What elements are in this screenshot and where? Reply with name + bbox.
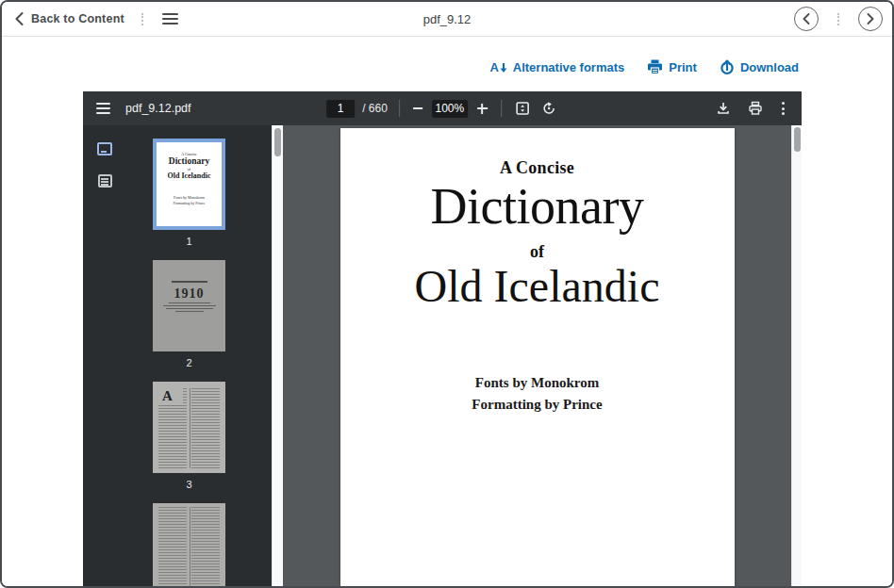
- pdf-viewer: pdf_9.12.pdf / 660 100%: [83, 91, 802, 586]
- thumbnail-page-4[interactable]: 4: [153, 503, 272, 586]
- page-number-input[interactable]: [326, 100, 355, 118]
- fit-to-page-button[interactable]: [513, 99, 532, 118]
- thumbnail-page-3[interactable]: A 3: [153, 382, 272, 494]
- zoom-level: 100%: [432, 100, 468, 118]
- year-text: 1910: [153, 286, 225, 301]
- thumbnail-image: A Concise Dictionary of Old Icelandic Fo…: [153, 139, 225, 230]
- alternative-formats-link[interactable]: A Alternative formats: [489, 60, 624, 74]
- rotate-ccw-icon: [541, 101, 556, 116]
- thumbnail-image: [153, 503, 225, 586]
- more-options-icon[interactable]: [778, 100, 788, 117]
- zoom-in-button[interactable]: [475, 102, 489, 116]
- sidebar-scrollbar[interactable]: [272, 125, 283, 586]
- back-to-content-button[interactable]: Back to Content: [15, 12, 124, 25]
- dotted-divider: [141, 13, 143, 25]
- pdf-print-button[interactable]: [746, 99, 765, 118]
- sidebar-rail: [83, 125, 126, 586]
- print-label: Print: [669, 60, 697, 74]
- rotate-button[interactable]: [539, 99, 558, 118]
- printer-icon: [647, 59, 663, 74]
- doc-title-line3: of: [340, 242, 735, 262]
- pdf-menu-icon[interactable]: [96, 103, 110, 114]
- mini-title: Dictionary: [157, 156, 222, 167]
- thumbnail-page-1[interactable]: A Concise Dictionary of Old Icelandic Fo…: [153, 139, 272, 251]
- printer-icon: [748, 101, 763, 116]
- scrollbar-thumb[interactable]: [274, 128, 281, 156]
- chevron-left-icon: [803, 13, 810, 24]
- zoom-out-button[interactable]: [411, 106, 424, 111]
- menu-hamburger-icon[interactable]: [160, 9, 180, 28]
- doc-title-line2: Dictionary: [340, 178, 735, 235]
- thumbnail-list: A Concise Dictionary of Old Icelandic Fo…: [126, 125, 272, 586]
- thumbnail-image: A: [153, 382, 225, 473]
- toolbar-divider: [501, 100, 502, 117]
- pdf-page: A Concise Dictionary of Old Icelandic Fo…: [340, 128, 735, 586]
- document-actions: A Alternative formats Print: [489, 59, 799, 74]
- mini-credits: Fonts by Monokrom Formatting by Prince: [157, 195, 222, 206]
- minus-icon: [413, 107, 422, 109]
- chevron-left-icon: [15, 12, 24, 25]
- content-area: A Alternative formats Print: [2, 37, 892, 586]
- fit-page-icon: [515, 101, 530, 116]
- doc-title-line4: Old Icelandic: [340, 262, 735, 312]
- dotted-divider: [837, 13, 839, 25]
- pdf-filename: pdf_9.12.pdf: [125, 102, 191, 115]
- viewer-scrollbar[interactable]: [791, 125, 802, 586]
- doc-credits: Fonts by Monokrom Formatting by Prince: [340, 372, 735, 415]
- page-title: pdf_9.12: [423, 12, 472, 26]
- thumbnail-sidebar: A Concise Dictionary of Old Icelandic Fo…: [83, 125, 272, 586]
- toolbar-divider: [399, 100, 400, 117]
- thumbnail-page-2[interactable]: 1910 2: [153, 260, 272, 372]
- app-window: Back to Content pdf_9.12 A: [0, 0, 894, 588]
- pdf-page-area: A Concise Dictionary of Old Icelandic Fo…: [283, 125, 791, 586]
- chevron-right-icon: [867, 13, 874, 24]
- mini-title-2: Old Icelandic: [157, 172, 222, 180]
- next-item-button[interactable]: [858, 7, 883, 31]
- thumbnail-page-number: 3: [153, 473, 225, 494]
- thumbnail-image: 1910: [153, 260, 225, 351]
- download-icon: [716, 101, 731, 116]
- plus-icon: [477, 104, 488, 114]
- doc-title-line1: A Concise: [340, 158, 735, 178]
- back-label: Back to Content: [31, 12, 124, 25]
- download-label: Download: [740, 60, 799, 74]
- scrollbar-thumb[interactable]: [794, 127, 801, 152]
- letter-a: A: [162, 388, 174, 405]
- thumbnail-view-icon[interactable]: [97, 142, 112, 155]
- download-link[interactable]: Download: [720, 59, 799, 74]
- top-navigation-bar: Back to Content pdf_9.12: [2, 2, 892, 37]
- page-count-label: / 660: [362, 102, 388, 115]
- print-link[interactable]: Print: [647, 59, 697, 74]
- download-icon: [720, 59, 735, 74]
- pdf-download-button[interactable]: [714, 99, 733, 118]
- document-outline-icon[interactable]: [98, 174, 112, 188]
- alternative-formats-label: Alternative formats: [513, 60, 624, 74]
- previous-item-button[interactable]: [794, 7, 819, 31]
- alternative-formats-icon: A: [489, 61, 506, 74]
- pdf-body: A Concise Dictionary of Old Icelandic Fo…: [83, 125, 802, 586]
- thumbnail-page-number: 2: [153, 351, 225, 372]
- thumbnail-page-number: 1: [153, 230, 225, 251]
- pdf-toolbar: pdf_9.12.pdf / 660 100%: [83, 91, 802, 125]
